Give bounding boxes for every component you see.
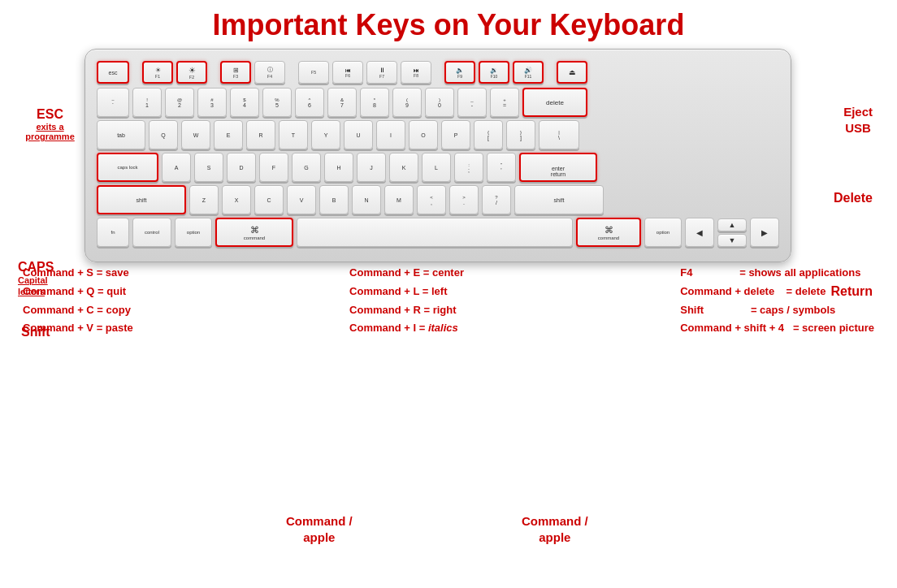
key-f9[interactable]: 🔈F9 — [444, 61, 475, 84]
key-f6[interactable]: ⏮F6 — [332, 61, 363, 84]
return-annotation: Return — [830, 284, 873, 299]
shortcut-col-3: F4 = shows all applications Command + de… — [680, 264, 874, 338]
key-semicolon[interactable]: :; — [454, 153, 483, 182]
key-slash[interactable]: ?/ — [482, 185, 511, 214]
key-f7[interactable]: ⏸F7 — [366, 61, 397, 84]
key-a[interactable]: A — [162, 153, 191, 182]
key-eject[interactable]: ⏏ — [557, 61, 587, 84]
key-z[interactable]: Z — [189, 185, 219, 214]
key-minus[interactable]: _- — [457, 88, 487, 117]
key-9[interactable]: (9 — [392, 88, 422, 117]
key-5[interactable]: %5 — [262, 88, 292, 117]
key-t[interactable]: T — [279, 120, 308, 149]
key-l[interactable]: L — [422, 153, 451, 182]
page-title: Important Keys on Your Keyboard — [0, 0, 897, 49]
key-e[interactable]: E — [214, 120, 243, 149]
key-k[interactable]: K — [389, 153, 418, 182]
key-q[interactable]: Q — [149, 120, 178, 149]
key-esc[interactable]: esc — [97, 61, 129, 84]
key-d[interactable]: D — [227, 153, 256, 182]
key-3[interactable]: #3 — [197, 88, 227, 117]
key-6[interactable]: ^6 — [295, 88, 324, 117]
key-tilde[interactable]: ~` — [97, 88, 129, 117]
key-i[interactable]: I — [376, 120, 405, 149]
key-arrow-up[interactable]: ▲ — [717, 218, 747, 231]
key-w[interactable]: W — [181, 120, 210, 149]
key-2[interactable]: @2 — [165, 88, 194, 117]
key-n[interactable]: N — [352, 185, 381, 214]
key-m[interactable]: M — [384, 185, 414, 214]
cmd-left-label: Command /apple — [286, 513, 353, 545]
key-shift-left[interactable]: shift — [97, 185, 186, 214]
key-f3[interactable]: ⊞F3 — [220, 61, 251, 84]
key-backslash[interactable]: |\ — [539, 120, 579, 149]
key-8[interactable]: *8 — [360, 88, 389, 117]
key-c[interactable]: C — [254, 185, 284, 214]
key-comma[interactable]: <, — [417, 185, 446, 214]
key-1[interactable]: !1 — [132, 88, 162, 117]
key-f2[interactable]: ☀F2 — [176, 61, 207, 84]
key-b[interactable]: B — [319, 185, 349, 214]
key-arrow-left[interactable]: ◀ — [685, 218, 714, 247]
key-0[interactable]: )0 — [425, 88, 454, 117]
key-f4[interactable]: ⓘF4 — [254, 61, 285, 84]
key-s[interactable]: S — [194, 153, 223, 182]
key-v[interactable]: V — [287, 185, 316, 214]
key-lbracket[interactable]: {[ — [474, 120, 503, 149]
key-r[interactable]: R — [246, 120, 275, 149]
key-f11[interactable]: 🔊F11 — [513, 61, 544, 84]
key-option-left[interactable]: option — [175, 218, 212, 247]
key-4[interactable]: $4 — [230, 88, 259, 117]
key-return[interactable]: enterreturn — [519, 153, 597, 182]
key-tab[interactable]: tab — [97, 120, 145, 149]
key-h[interactable]: H — [324, 153, 353, 182]
key-equals[interactable]: += — [490, 88, 519, 117]
key-control[interactable]: control — [132, 218, 171, 247]
key-arrow-down[interactable]: ▼ — [717, 234, 747, 247]
key-f10[interactable]: 🔉F10 — [479, 61, 509, 84]
key-o[interactable]: O — [409, 120, 438, 149]
cmd-right-label: Command /apple — [522, 513, 588, 545]
key-x[interactable]: X — [222, 185, 251, 214]
key-u[interactable]: U — [344, 120, 373, 149]
eject-annotation: EjectUSB — [843, 104, 873, 136]
key-f[interactable]: F — [259, 153, 288, 182]
key-command-left[interactable]: ⌘command — [215, 218, 293, 247]
key-g[interactable]: G — [292, 153, 321, 182]
key-command-right[interactable]: ⌘command — [576, 218, 641, 247]
caps-annotation: CAPS Capitalletters — [18, 260, 81, 298]
delete-annotation: Delete — [834, 191, 873, 205]
shortcut-col-2: Command + E = center Command + L = left … — [349, 264, 464, 338]
key-f8[interactable]: ⏭F8 — [401, 61, 431, 84]
key-f1[interactable]: ☀F1 — [142, 61, 173, 84]
key-rbracket[interactable]: }] — [506, 120, 535, 149]
key-space[interactable] — [297, 218, 573, 247]
key-quote[interactable]: "' — [487, 153, 516, 182]
key-capslock[interactable]: caps lock — [97, 153, 158, 182]
key-shift-right[interactable]: shift — [514, 185, 604, 214]
key-j[interactable]: J — [357, 153, 386, 182]
shortcuts-section: Command + S = save Command + Q = quit Co… — [0, 264, 897, 338]
key-7[interactable]: &7 — [327, 88, 357, 117]
key-arrow-right[interactable]: ▶ — [750, 218, 779, 247]
esc-annotation: ESC exits a programme — [20, 107, 80, 141]
key-option-right[interactable]: option — [644, 218, 682, 247]
key-fn[interactable]: fn — [97, 218, 129, 247]
key-p[interactable]: P — [441, 120, 470, 149]
key-f5[interactable]: F5 — [298, 61, 329, 84]
keyboard: esc ☀F1 ☀F2 ⊞F3 ⓘF4 F5 ⏮F6 ⏸F7 ⏭F8 🔈F9 🔉… — [84, 49, 791, 262]
key-delete[interactable]: delete — [522, 88, 587, 117]
key-y[interactable]: Y — [311, 120, 340, 149]
key-period[interactable]: >. — [449, 185, 479, 214]
shift-annotation: Shift — [21, 325, 50, 339]
